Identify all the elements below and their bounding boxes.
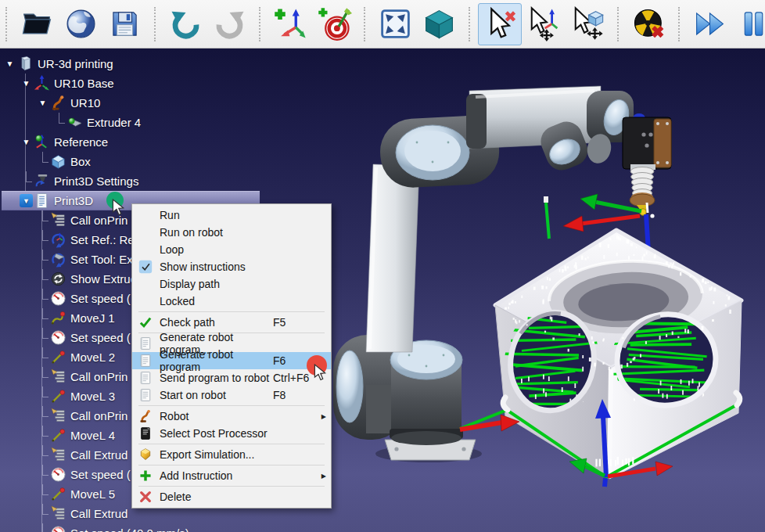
document-icon (135, 370, 156, 386)
tree-item-label: Call onPrin (70, 370, 128, 383)
move-reference-cursor-button[interactable] (522, 3, 566, 45)
collision-check-button[interactable] (627, 3, 670, 45)
folder-open-button[interactable] (15, 3, 59, 45)
toolbar-handle (617, 7, 620, 41)
redo-button[interactable] (207, 3, 251, 45)
tree-connector (36, 250, 49, 269)
menu-item-send-program-to-robot[interactable]: Send program to robotCtrl+F6 (132, 369, 331, 386)
toolbar-handle (259, 7, 262, 41)
menu-shortcut: F5 (273, 316, 318, 329)
menu-item-check-path[interactable]: Check pathF5 (132, 314, 331, 331)
speed-icon (50, 290, 66, 307)
frame-icon (34, 75, 50, 92)
tree-connector (36, 367, 49, 386)
tree-connector (36, 210, 49, 230)
move-object-cursor-button[interactable] (566, 3, 609, 45)
tree-connector (36, 152, 49, 171)
menu-item-display-path[interactable]: Display path (132, 275, 331, 293)
set-ref-icon (50, 232, 66, 248)
menu-item-label: Run (156, 209, 273, 221)
tree-connector (36, 406, 49, 426)
expand-arrow-icon[interactable]: ▼ (20, 135, 33, 149)
isometric-view-button[interactable] (417, 3, 461, 45)
robot-lower-arm (366, 164, 419, 352)
save-button[interactable] (102, 3, 146, 45)
tree-connector (36, 308, 49, 328)
tree-item-label: MoveL 5 (70, 487, 115, 501)
collision-check-icon (631, 6, 666, 41)
robot-base (385, 340, 476, 460)
tree-item-set-speed-40-0-mm-s[interactable]: Set speed (40.0 mm/s) (0, 523, 270, 532)
movel-icon (50, 388, 66, 404)
menu-item-label: Generate robot program (156, 348, 273, 373)
tree-item-label: Print3D Settings (54, 174, 138, 188)
globe-button[interactable] (59, 3, 102, 45)
expand-arrow-icon[interactable]: ▼ (36, 96, 49, 110)
toolbar-handle (5, 7, 9, 41)
tree-item-reference[interactable]: ▼Reference (0, 132, 270, 152)
tree-item-extruder-4[interactable]: Extruder 4 (0, 113, 270, 132)
tree-item-ur10-base[interactable]: ▼UR10 Base (0, 74, 270, 93)
menu-item-delete[interactable]: Delete (132, 488, 331, 505)
context-menu: RunRun on robotLoopShow instructionsDisp… (131, 203, 332, 509)
menu-item-export-simulation[interactable]: Export Simulation... (132, 446, 331, 463)
tree-item-label: Set speed ( (70, 468, 131, 481)
call-icon (50, 505, 66, 522)
menu-item-select-post-processor[interactable]: Select Post Processor (132, 425, 331, 442)
tree-item-label: Set Tool: Ex (70, 253, 133, 266)
pause-button[interactable] (731, 3, 765, 45)
corner-z-axis (603, 416, 606, 477)
tree-connector (36, 484, 49, 504)
tree-item-box[interactable]: Box (0, 152, 270, 171)
station-icon (17, 56, 34, 72)
expand-arrow-icon[interactable]: ▼ (3, 57, 16, 70)
undo-icon (168, 6, 203, 41)
tree-connector (36, 445, 49, 465)
add-target-button[interactable] (312, 3, 356, 45)
tree-connector (36, 426, 49, 445)
tree-item-label: Set speed (40.0 mm/s) (70, 527, 189, 532)
add-frame-button[interactable] (268, 3, 312, 45)
tree-item-ur-3d-printing[interactable]: ▼UR-3d printing (0, 54, 270, 74)
tree-item-print3d-settings[interactable]: Print3D Settings (0, 171, 270, 191)
menu-item-run[interactable]: Run (132, 207, 331, 224)
expand-arrow-icon[interactable]: ▼ (20, 77, 33, 90)
menu-separator (138, 405, 325, 406)
tree-connector (36, 289, 49, 308)
toolbar-group-7 (674, 2, 765, 47)
undo-button[interactable] (163, 3, 207, 45)
menu-item-generate-robot-program[interactable]: Generate robot programF6 (132, 352, 331, 369)
delete-icon (135, 489, 156, 505)
add-target-icon (317, 6, 352, 41)
no-icon (135, 276, 156, 292)
expand-arrow-icon[interactable]: ▼ (20, 194, 33, 207)
select-cursor-button[interactable] (478, 3, 522, 45)
tree-item-label: UR10 Base (54, 77, 114, 90)
menu-item-add-instruction[interactable]: Add Instruction▶ (132, 467, 331, 484)
tree-item-label: Call Extrud (70, 507, 128, 520)
document-icon (135, 353, 156, 368)
menu-separator (138, 444, 325, 444)
menu-separator (138, 486, 325, 487)
tree-item-label: Set Ref.: Re (70, 233, 135, 246)
tree-connector (52, 113, 66, 132)
menu-item-run-on-robot[interactable]: Run on robot (132, 224, 331, 241)
green-check-icon (135, 315, 156, 330)
tool-icon (66, 114, 83, 131)
robot-icon (50, 95, 66, 111)
tree-item-ur10[interactable]: ▼UR10 (0, 93, 270, 113)
isometric-view-icon (422, 6, 457, 41)
menu-item-show-instructions[interactable]: Show instructions (132, 258, 331, 275)
tree-item-label: MoveL 3 (70, 390, 115, 403)
toolbar-group-5 (465, 2, 613, 47)
menu-item-robot[interactable]: Robot▶ (132, 408, 331, 425)
document-icon (135, 336, 156, 351)
fit-view-button[interactable] (373, 3, 417, 45)
fast-forward-button[interactable] (688, 3, 731, 45)
tree-connector (36, 465, 49, 484)
no-icon (135, 225, 156, 240)
tree-item-label: MoveL 2 (70, 350, 115, 364)
menu-item-locked[interactable]: Locked (132, 293, 331, 310)
menu-item-loop[interactable]: Loop (132, 241, 331, 258)
menu-item-start-on-robot[interactable]: Start on robotF8 (132, 386, 331, 404)
